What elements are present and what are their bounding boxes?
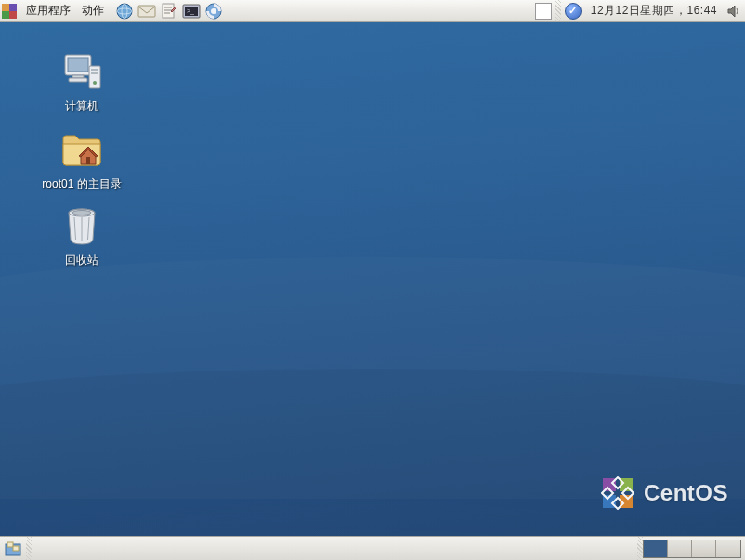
top-panel: 应用程序 动作 >_ 12月12日星期四，16:44 <box>0 0 745 22</box>
svg-point-12 <box>211 8 216 14</box>
centos-brand-text: CentOS <box>644 480 728 506</box>
show-desktop-button[interactable] <box>2 539 24 559</box>
svg-point-20 <box>93 81 97 85</box>
help-launcher-icon[interactable] <box>203 1 225 21</box>
home-folder-icon <box>59 128 104 173</box>
desktop-icon-label: root01 的主目录 <box>42 176 121 192</box>
workspace-3[interactable] <box>692 540 716 557</box>
panel-grip <box>26 537 32 560</box>
wallpaper-wave <box>0 369 745 536</box>
svg-rect-33 <box>7 542 13 547</box>
svg-rect-21 <box>86 157 90 164</box>
svg-point-0 <box>117 4 132 19</box>
workspace-2[interactable] <box>668 540 692 557</box>
desktop-icon-home[interactable]: root01 的主目录 <box>26 128 137 192</box>
svg-point-24 <box>72 211 91 215</box>
svg-text:>_: >_ <box>187 7 194 15</box>
svg-rect-16 <box>69 78 87 82</box>
text-editor-launcher-icon[interactable] <box>158 1 180 21</box>
applications-menu[interactable]: 应用程序 <box>20 0 76 21</box>
volume-icon[interactable] <box>723 1 745 21</box>
svg-rect-34 <box>13 546 19 551</box>
centos-logo: CentOS <box>601 476 728 510</box>
clock[interactable]: 12月12日星期四，16:44 <box>585 3 723 19</box>
desktop-icon-computer[interactable]: 计算机 <box>26 50 137 114</box>
terminal-launcher-icon[interactable]: >_ <box>180 1 203 21</box>
desktop[interactable]: 计算机 root01 的主目录 <box>0 22 745 536</box>
computer-icon <box>59 50 104 95</box>
desktop-icon-label: 回收站 <box>65 253 98 268</box>
workspace-4[interactable] <box>716 540 740 557</box>
workspace-1[interactable] <box>644 540 668 557</box>
email-client-launcher-icon[interactable] <box>136 1 158 21</box>
workspace-switcher[interactable] <box>643 540 741 558</box>
svg-rect-19 <box>91 72 98 74</box>
trash-icon <box>59 204 104 249</box>
bottom-panel <box>0 536 745 560</box>
panel-grip <box>555 0 561 21</box>
keyboard-indicator[interactable] <box>535 3 552 20</box>
svg-rect-18 <box>91 69 98 71</box>
desktop-icon-label: 计算机 <box>65 98 98 114</box>
update-notifier-icon[interactable] <box>565 3 582 20</box>
svg-rect-3 <box>138 6 155 17</box>
svg-rect-14 <box>68 58 88 72</box>
web-browser-launcher-icon[interactable] <box>113 1 136 21</box>
main-menu-icon[interactable] <box>2 4 17 19</box>
centos-mark-icon <box>601 476 634 510</box>
desktop-icon-trash[interactable]: 回收站 <box>26 204 137 268</box>
actions-menu[interactable]: 动作 <box>76 0 110 21</box>
